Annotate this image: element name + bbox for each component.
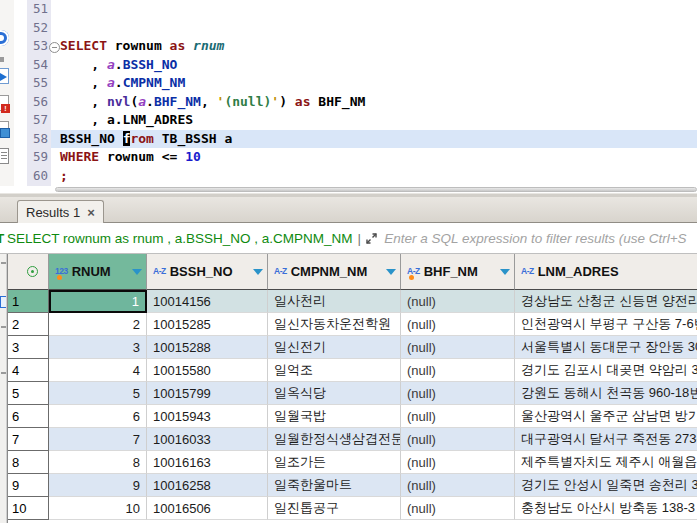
- cell-bhf-nm[interactable]: (null): [401, 359, 515, 382]
- cell-bhf-nm[interactable]: (null): [401, 474, 515, 497]
- cell-lnm-adres[interactable]: 서울특별시 동대문구 장안동 309-1번지: [515, 336, 697, 359]
- cell-lnm-adres[interactable]: 경상남도 산청군 신등면 양전리 44: [515, 290, 697, 313]
- cell-cmpnm-nm[interactable]: 일월국밥: [268, 405, 401, 428]
- cell-lnm-adres[interactable]: 인천광역시 부평구 구산동 7-6번지: [515, 313, 697, 336]
- grid-corner-cell[interactable]: [8, 254, 49, 290]
- cell-cmpnm-nm[interactable]: 일월한정식생삼겹전문점: [268, 428, 401, 451]
- row-header[interactable]: 10: [8, 497, 49, 520]
- number-literal: 10: [185, 149, 201, 164]
- cell-rnum[interactable]: 6: [49, 405, 147, 428]
- cell-cmpnm-nm[interactable]: 일진톱공구: [268, 497, 401, 520]
- cell-lnm-adres[interactable]: 울산광역시 울주군 삼남면 방기리 16: [515, 405, 697, 428]
- output-list-icon[interactable]: [0, 148, 9, 164]
- column-header-bhf-nm[interactable]: A-Z BHF_NM: [401, 254, 515, 290]
- cell-cmpnm-nm[interactable]: 일신전기: [268, 336, 401, 359]
- cell-lnm-adres[interactable]: 충청남도 아산시 방축동 138-3: [515, 497, 697, 520]
- keyword-as: as: [170, 38, 186, 53]
- cell-bhf-nm[interactable]: (null): [401, 428, 515, 451]
- cell-bhf-nm[interactable]: (null): [401, 451, 515, 474]
- cell-bssh-no[interactable]: 10015799: [147, 382, 268, 405]
- code-line-59: WHERE rownum <= 10: [51, 148, 697, 167]
- column-header-cmpnm-nm[interactable]: A-Z CMPNM_NM: [268, 254, 401, 290]
- row-header[interactable]: 6: [8, 405, 49, 428]
- sort-dropdown-icon[interactable]: [132, 269, 142, 275]
- cell-bssh-no[interactable]: 10016506: [147, 497, 268, 520]
- key-dot-icon: [57, 275, 62, 280]
- execute-script-icon[interactable]: [0, 68, 9, 84]
- cell-lnm-adres[interactable]: 대구광역시 달서구 죽전동 273-2번지: [515, 428, 697, 451]
- annotation-ruler: [14, 0, 27, 186]
- cell-bssh-no[interactable]: 10016163: [147, 451, 268, 474]
- editor-horizontal-scrollbar[interactable]: [0, 186, 697, 193]
- cell-bhf-nm[interactable]: (null): [401, 290, 515, 313]
- record-selector-icon[interactable]: [27, 266, 38, 277]
- grid-view-icon[interactable]: [0, 296, 7, 308]
- cell-cmpnm-nm[interactable]: 일죽한울마트: [268, 474, 401, 497]
- cell-bhf-nm[interactable]: (null): [401, 405, 515, 428]
- table-row: 10 10 10016506 일진톱공구 (null) 충청남도 아산시 방축동…: [8, 497, 697, 520]
- column-header-bssh-no[interactable]: A-Z BSSH_NO: [147, 254, 268, 290]
- row-header[interactable]: 8: [8, 451, 49, 474]
- tab-results-1[interactable]: Results 1 ×: [17, 200, 104, 223]
- sort-dropdown-icon[interactable]: [500, 269, 510, 275]
- cell-lnm-adres[interactable]: 제주특별자치도 제주시 애월읍 애월리: [515, 451, 697, 474]
- close-icon[interactable]: ×: [87, 206, 95, 219]
- column-header-rnum[interactable]: 123 RNUM: [49, 254, 147, 290]
- cell-rnum-selected[interactable]: 1: [49, 290, 147, 313]
- line-number: 57: [27, 111, 51, 130]
- cell-rnum[interactable]: 8: [49, 451, 147, 474]
- cell-bhf-nm[interactable]: (null): [401, 497, 515, 520]
- filter-expand-icon[interactable]: [365, 232, 378, 245]
- sort-dropdown-icon[interactable]: [253, 269, 263, 275]
- cell-rnum[interactable]: 9: [49, 474, 147, 497]
- cell-rnum[interactable]: 10: [49, 497, 147, 520]
- cell-lnm-adres[interactable]: 강원도 동해시 천곡동 960-18번지: [515, 382, 697, 405]
- dash-icon: [1, 326, 6, 328]
- grid-header-row: 123 RNUM A-Z BSSH_NO A-Z CMPNM_NM A-Z BH…: [8, 254, 697, 290]
- line-number: 56: [27, 93, 51, 112]
- row-header[interactable]: 5: [8, 382, 49, 405]
- cell-rnum[interactable]: 2: [49, 313, 147, 336]
- cell-rnum[interactable]: 3: [49, 336, 147, 359]
- cell-cmpnm-nm[interactable]: 일조가든: [268, 451, 401, 474]
- cell-lnm-adres[interactable]: 경기도 김포시 대곶면 약암리 320-1: [515, 359, 697, 382]
- cell-rnum[interactable]: 5: [49, 382, 147, 405]
- cell-cmpnm-nm[interactable]: 일억조: [268, 359, 401, 382]
- cell-rnum[interactable]: 7: [49, 428, 147, 451]
- cell-bhf-nm[interactable]: (null): [401, 336, 515, 359]
- line-number: 60: [27, 167, 51, 186]
- cell-bssh-no[interactable]: 10016258: [147, 474, 268, 497]
- scrollbar-thumb[interactable]: [55, 187, 697, 192]
- cell-bssh-no[interactable]: 10015288: [147, 336, 268, 359]
- table-row: 5 5 10015799 일옥식당 (null) 강원도 동해시 천곡동 960…: [8, 382, 697, 405]
- sort-dropdown-icon[interactable]: [386, 269, 396, 275]
- cell-rnum[interactable]: 4: [49, 359, 147, 382]
- sql-code-area[interactable]: SELECT rownum as rnum , a.BSSH_NO , a.CM…: [51, 0, 697, 186]
- code-line-54: , a.BSSH_NO: [51, 56, 697, 75]
- row-header[interactable]: 2: [8, 313, 49, 336]
- cell-bhf-nm[interactable]: (null): [401, 313, 515, 336]
- cell-cmpnm-nm[interactable]: 일사천리: [268, 290, 401, 313]
- column-header-lnm-adres[interactable]: A-Z LNM_ADRES: [515, 254, 697, 290]
- cell-cmpnm-nm[interactable]: 일옥식당: [268, 382, 401, 405]
- sql-editor-pane[interactable]: 51 52 53 54 55 56 57 58 59 60 SELECT row…: [0, 0, 697, 186]
- cell-bssh-no[interactable]: 10015285: [147, 313, 268, 336]
- row-header[interactable]: 7: [8, 428, 49, 451]
- save-document-icon[interactable]: [0, 121, 9, 137]
- cell-bhf-nm[interactable]: (null): [401, 382, 515, 405]
- cell-lnm-adres[interactable]: 경기도 안성시 일죽면 송천리 31: [515, 474, 697, 497]
- cell-bssh-no[interactable]: 10015943: [147, 405, 268, 428]
- row-header[interactable]: 1: [8, 290, 49, 313]
- row-header[interactable]: 3: [8, 336, 49, 359]
- code-line-60: ;: [51, 167, 697, 186]
- result-filter-input[interactable]: T SELECT rownum as rnum , a.BSSH_NO , a.…: [0, 223, 697, 254]
- cell-bssh-no[interactable]: 10015580: [147, 359, 268, 382]
- cell-bssh-no[interactable]: 10016033: [147, 428, 268, 451]
- cell-cmpnm-nm[interactable]: 일신자동차운전학원: [268, 313, 401, 336]
- error-document-icon[interactable]: [0, 95, 9, 111]
- row-header[interactable]: 9: [8, 474, 49, 497]
- gear-icon[interactable]: [0, 30, 9, 46]
- cell-bssh-no[interactable]: 10014156: [147, 290, 268, 313]
- row-header[interactable]: 4: [8, 359, 49, 382]
- table-alias: a: [107, 57, 115, 72]
